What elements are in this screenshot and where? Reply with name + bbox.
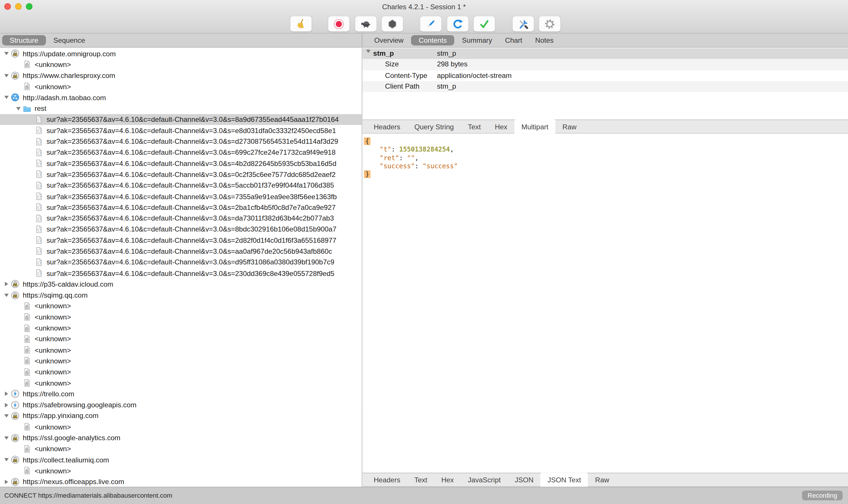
tab-notes[interactable]: Notes — [530, 35, 559, 46]
repeat-button[interactable] — [447, 16, 469, 32]
tree-row[interactable]: <unknown> — [0, 366, 362, 378]
disclosure-icon[interactable] — [2, 96, 11, 99]
tree-row[interactable]: sur?ak=23565637&av=4.6.10&c=default-Chan… — [0, 191, 362, 202]
view-tab-raw[interactable]: Raw — [588, 473, 616, 486]
body-tab-headers[interactable]: Headers — [366, 120, 407, 133]
tree-row[interactable]: https://trello.com — [0, 389, 362, 399]
view-tab-javascript[interactable]: JavaScript — [461, 473, 508, 486]
throttle-button[interactable] — [355, 16, 377, 32]
body-tab-text[interactable]: Text — [461, 120, 488, 133]
doc-lock-icon — [23, 445, 32, 453]
tree-row[interactable]: https://sqimg.qq.com — [0, 289, 362, 301]
disclosure-icon[interactable] — [2, 414, 11, 417]
disclosure-icon[interactable] — [2, 436, 11, 439]
tree-row[interactable]: <unknown> — [0, 59, 362, 70]
tree-row[interactable]: sur?ak=23565637&av=4.6.10&c=default-Chan… — [0, 235, 362, 246]
tree-row[interactable]: rest — [0, 103, 362, 114]
view-tab-json-text[interactable]: JSON Text — [541, 473, 588, 486]
info-row-client-path[interactable]: Client Pathstm_p — [362, 81, 848, 92]
tree-row[interactable]: <unknown> — [0, 323, 362, 334]
body-tab-multipart[interactable]: Multipart — [515, 120, 555, 133]
tree-row[interactable]: sur?ak=23565637&av=4.6.10&c=default-Chan… — [0, 158, 362, 169]
breakpoints-button[interactable] — [381, 16, 403, 32]
disclosure-icon[interactable] — [2, 282, 11, 286]
disclosure-icon[interactable] — [2, 392, 11, 396]
tree-row[interactable]: <unknown> — [0, 421, 362, 432]
tree-row[interactable]: sur?ak=23565637&av=4.6.10&c=default-Chan… — [0, 202, 362, 213]
tab-summary[interactable]: Summary — [457, 35, 498, 46]
tree-row[interactable]: <unknown> — [0, 356, 362, 366]
tree-row[interactable]: https://www.charlesproxy.com — [0, 70, 362, 81]
tree-row[interactable]: sur?ak=23565637&av=4.6.10&c=default-Chan… — [0, 136, 362, 147]
disclosure-icon[interactable] — [2, 458, 11, 461]
tree-row[interactable]: sur?ak=23565637&av=4.6.10&c=default-Chan… — [0, 268, 362, 278]
body-tab-raw[interactable]: Raw — [555, 120, 583, 133]
tree-row[interactable]: <unknown> — [0, 345, 362, 356]
info-label: Content-Type — [385, 70, 427, 81]
compose-button[interactable] — [420, 16, 442, 32]
tree-row[interactable]: https://update.omnigroup.com — [0, 48, 362, 59]
tree-row[interactable]: sur?ak=23565637&av=4.6.10&c=default-Chan… — [0, 180, 362, 191]
tools-button[interactable] — [512, 16, 534, 32]
tree-row-label: <unknown> — [35, 379, 71, 387]
record-button[interactable] — [328, 16, 350, 32]
json-file-icon — [35, 269, 43, 277]
tab-structure[interactable]: Structure — [2, 35, 46, 46]
tree-row-label: sur?ak=23565637&av=4.6.10&c=default-Chan… — [47, 115, 339, 124]
tab-sequence[interactable]: Sequence — [48, 35, 90, 46]
recording-badge: Recording — [802, 490, 843, 500]
tree-row[interactable]: <unknown> — [0, 465, 362, 476]
tree-row-selected[interactable]: sur?ak=23565637&av=4.6.10&c=default-Chan… — [0, 114, 362, 125]
tree-row-label: https://sqimg.qq.com — [23, 291, 88, 299]
json-line: "ret": "", — [364, 154, 848, 162]
view-tab-text[interactable]: Text — [407, 473, 434, 486]
tree-row[interactable]: sur?ak=23565637&av=4.6.10&c=default-Chan… — [0, 213, 362, 224]
body-tab-hex[interactable]: Hex — [488, 120, 515, 133]
view-tab-headers[interactable]: Headers — [366, 473, 407, 486]
disclosure-icon[interactable] — [2, 293, 11, 297]
info-row-content-type[interactable]: Content-Typeapplication/octet-stream — [362, 70, 848, 81]
json-file-icon — [35, 192, 43, 201]
disclosure-icon[interactable] — [2, 403, 11, 407]
tab-contents[interactable]: Contents — [411, 35, 454, 46]
disclosure-icon[interactable] — [14, 107, 23, 110]
tree-row[interactable]: sur?ak=23565637&av=4.6.10&c=default-Chan… — [0, 147, 362, 158]
tree-row[interactable]: sur?ak=23565637&av=4.6.10&c=default-Chan… — [0, 169, 362, 180]
tree-row[interactable]: https://app.yinxiang.com — [0, 411, 362, 421]
tab-label: Hex — [495, 122, 507, 130]
tree-row[interactable]: <unknown> — [0, 311, 362, 322]
info-row-stm-p[interactable]: stm_pstm_p — [362, 48, 848, 59]
tree-row[interactable]: sur?ak=23565637&av=4.6.10&c=default-Chan… — [0, 224, 362, 235]
tree-row[interactable]: https://p35-caldav.icloud.com — [0, 278, 362, 289]
settings-button[interactable] — [539, 16, 561, 32]
tree-row[interactable]: <unknown> — [0, 444, 362, 454]
tree-row[interactable]: <unknown> — [0, 378, 362, 389]
tree-row[interactable]: <unknown> — [0, 81, 362, 92]
tree-row-label: <unknown> — [35, 357, 71, 365]
info-row-size[interactable]: Size298 bytes — [362, 59, 848, 70]
tree-row[interactable]: <unknown> — [0, 334, 362, 345]
tab-overview[interactable]: Overview — [369, 35, 409, 46]
tab-chart[interactable]: Chart — [500, 35, 528, 46]
validate-button[interactable] — [473, 16, 495, 32]
toolbar — [0, 14, 848, 34]
structure-tree[interactable]: https://update.omnigroup.com<unknown>htt… — [0, 48, 362, 487]
tree-row-label: https://nexus.officeapps.live.com — [23, 478, 124, 486]
tree-row[interactable]: <unknown> — [0, 301, 362, 311]
tree-row[interactable]: https://nexus.officeapps.live.com — [0, 476, 362, 487]
view-tab-json[interactable]: JSON — [508, 473, 541, 486]
tree-row[interactable]: http://adash.m.taobao.com — [0, 92, 362, 103]
tree-row-label: <unknown> — [35, 346, 71, 354]
disclosure-icon[interactable] — [2, 480, 11, 484]
tree-row[interactable]: https://safebrowsing.googleapis.com — [0, 399, 362, 411]
disclosure-icon[interactable] — [2, 74, 11, 77]
tree-row[interactable]: https://collect.tealiumiq.com — [0, 454, 362, 465]
view-tab-hex[interactable]: Hex — [434, 473, 461, 486]
tree-row[interactable]: sur?ak=23565637&av=4.6.10&c=default-Chan… — [0, 257, 362, 268]
tree-row[interactable]: https://ssl.google-analytics.com — [0, 432, 362, 444]
tree-row[interactable]: sur?ak=23565637&av=4.6.10&c=default-Chan… — [0, 125, 362, 136]
body-tab-query-string[interactable]: Query String — [407, 120, 461, 133]
clear-session-button[interactable] — [290, 16, 312, 32]
disclosure-icon[interactable] — [2, 52, 11, 55]
tree-row[interactable]: sur?ak=23565637&av=4.6.10&c=default-Chan… — [0, 246, 362, 257]
